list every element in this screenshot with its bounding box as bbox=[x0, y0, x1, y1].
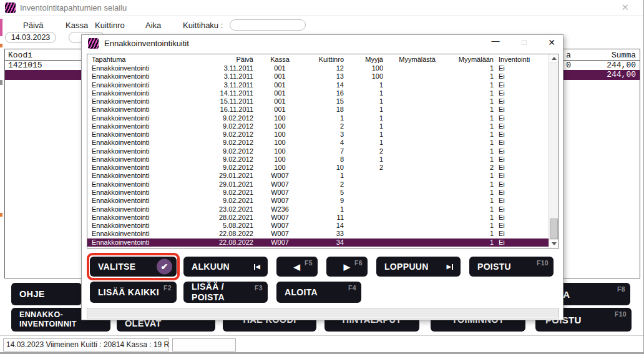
table-cell: 9.02.2021 bbox=[210, 197, 253, 205]
table-row[interactable]: Ennakkoinventointi9.02.2012100311Ei bbox=[87, 130, 559, 139]
scroll-up-icon[interactable] bbox=[549, 54, 559, 63]
dialog-title: Ennakkoinventointikuitit bbox=[104, 39, 189, 48]
fkey-label: F5 bbox=[305, 259, 313, 267]
table-cell bbox=[344, 238, 383, 247]
dialog-titlebar: Ennakkoinventointikuitit — □ ✕ bbox=[82, 35, 563, 52]
table-row[interactable]: Ennakkoinventointi28.02.2021W007111Ei bbox=[87, 214, 559, 222]
table-row[interactable]: Ennakkoinventointi3.11.20110011411Ei bbox=[87, 81, 559, 89]
arrow-left-icon: ◀ bbox=[294, 262, 300, 272]
button-label: LISÄÄ KAIKKI bbox=[98, 287, 159, 297]
table-row[interactable]: Ennakkoinventointi22.08.2022W007331Ei bbox=[87, 230, 559, 238]
table-cell: W007 bbox=[253, 214, 306, 222]
poistu-dialog-button[interactable]: POISTU F10 bbox=[469, 257, 554, 277]
table-cell: 9.02.2012 bbox=[210, 155, 253, 164]
table-cell: 34 bbox=[306, 238, 344, 247]
table-cell bbox=[383, 164, 436, 172]
table-cell bbox=[344, 214, 383, 222]
alkuun-button[interactable]: ALKUUN ◀ bbox=[183, 257, 268, 277]
table-cell: 1 bbox=[436, 139, 494, 147]
table-cell: 100 bbox=[253, 114, 306, 122]
table-cell: Ei bbox=[494, 122, 547, 130]
table-cell: Ei bbox=[494, 114, 547, 122]
table-row[interactable]: Ennakkoinventointi9.02.2021W00751Ei bbox=[87, 189, 559, 197]
window-title: Inventointitapahtumien selailu bbox=[20, 3, 127, 12]
table-cell: Ei bbox=[494, 130, 547, 139]
receipts-table-header: TapahtumaPäiväKassaKuittinroMyyjäMyymälä… bbox=[87, 54, 559, 64]
table-cell: 13 bbox=[306, 72, 344, 81]
table-row[interactable]: Ennakkoinventointi9.02.2021W00791Ei bbox=[87, 197, 559, 205]
table-cell: Ennakkoinventointi bbox=[87, 230, 210, 238]
loppuun-button[interactable]: LOPPUUN ▶ bbox=[376, 257, 461, 277]
table-row[interactable]: Ennakkoinventointi9.02.2012100721Ei bbox=[87, 147, 559, 155]
table-cell: 001 bbox=[253, 97, 306, 106]
table-cell: Ennakkoinventointi bbox=[87, 214, 210, 222]
table-cell: 1 bbox=[436, 97, 494, 106]
table-row[interactable]: Ennakkoinventointi9.02.2012100811Ei bbox=[87, 155, 559, 164]
table-cell: 100 bbox=[253, 147, 306, 155]
statusbar-separator bbox=[0, 335, 644, 336]
ennakkoinventointikuitit-dialog: Ennakkoinventointikuitit — □ ✕ Tapahtuma… bbox=[81, 34, 564, 320]
table-row[interactable]: Ennakkoinventointi29.01.2021W00711Ei bbox=[87, 172, 559, 180]
maximize-icon: □ bbox=[515, 37, 534, 47]
background-artifact bbox=[0, 19, 2, 36]
vertical-scrollbar[interactable] bbox=[549, 54, 559, 248]
arrow-right-icon: ▶ bbox=[344, 262, 350, 272]
table-row[interactable]: Ennakkoinventointi3.11.2011001131001Ei bbox=[87, 72, 559, 81]
background-artifact bbox=[0, 213, 2, 217]
table-row[interactable]: Ennakkoinventointi3.11.2011001121001Ei bbox=[87, 64, 559, 72]
table-row[interactable]: Ennakkoinventointi9.02.2012100411Ei bbox=[87, 139, 559, 147]
table-row[interactable]: Ennakkoinventointi9.02.2012100111Ei bbox=[87, 114, 559, 122]
kuittihaku-input[interactable] bbox=[230, 19, 306, 31]
table-row[interactable]: Ennakkoinventointi9.02.20121001022Ei bbox=[87, 164, 559, 172]
ohje-button[interactable]: OHJE bbox=[11, 283, 82, 305]
table-cell: Ei bbox=[494, 97, 547, 106]
table-cell: 100 bbox=[253, 155, 306, 164]
lisaa-poista-button[interactable]: LISÄÄ / POISTA F3 bbox=[183, 282, 268, 303]
table-cell: Ennakkoinventointi bbox=[87, 97, 210, 106]
table-row[interactable]: Ennakkoinventointi22.08.2022W007341Ei bbox=[87, 238, 559, 247]
button-label: LOPPUUN bbox=[384, 262, 429, 272]
previous-button[interactable]: ◀ F5 bbox=[276, 257, 318, 277]
table-cell: Ei bbox=[494, 72, 547, 81]
table-cell: 1 bbox=[436, 205, 494, 214]
table-row[interactable]: Ennakkoinventointi5.08.2021W007141Ei bbox=[87, 222, 559, 230]
table-cell: 1 bbox=[436, 230, 494, 238]
close-icon[interactable]: ✕ bbox=[542, 37, 561, 47]
paiva-input[interactable]: 14.03.2023 bbox=[5, 32, 56, 43]
scroll-down-icon[interactable] bbox=[549, 239, 559, 248]
valitse-button[interactable]: VALITSE ✔ bbox=[90, 257, 177, 277]
background-artifact bbox=[0, 80, 2, 85]
lisaa-kaikki-button[interactable]: LISÄÄ KAIKKI F2 bbox=[90, 282, 177, 303]
minimize-icon[interactable]: — bbox=[486, 36, 505, 46]
table-row[interactable]: Ennakkoinventointi14.11.20110011611Ei bbox=[87, 89, 559, 97]
table-cell: 1 bbox=[436, 172, 494, 180]
table-cell bbox=[383, 81, 436, 89]
table-cell: 9.02.2012 bbox=[210, 122, 253, 130]
close-icon[interactable]: ✕ bbox=[621, 2, 629, 13]
table-cell: 1 bbox=[344, 122, 383, 130]
table-cell: Ei bbox=[494, 147, 547, 155]
table-row[interactable]: Ennakkoinventointi16.11.20110011811Ei bbox=[87, 106, 559, 114]
table-cell bbox=[383, 147, 436, 155]
aloita-button[interactable]: ALOITA F4 bbox=[276, 282, 361, 303]
table-cell: 3.11.2011 bbox=[210, 64, 253, 72]
button-label: ALKUUN bbox=[192, 262, 230, 272]
table-cell: Ennakkoinventointi bbox=[87, 106, 210, 114]
table-row[interactable]: Ennakkoinventointi9.02.2012100211Ei bbox=[87, 122, 559, 130]
fkey-label: F8 bbox=[617, 285, 625, 293]
table-cell: 9.02.2012 bbox=[210, 147, 253, 155]
next-button[interactable]: ▶ F6 bbox=[326, 257, 368, 277]
table-cell: Ennakkoinventointi bbox=[87, 222, 210, 230]
table-cell: Ennakkoinventointi bbox=[87, 147, 210, 155]
table-cell: 10 bbox=[306, 164, 344, 172]
table-cell: Ei bbox=[494, 197, 547, 205]
kuittihaku-label: Kuittihaku : bbox=[183, 21, 223, 30]
table-cell: Ennakkoinventointi bbox=[87, 122, 210, 130]
scrollbar-thumb[interactable] bbox=[550, 219, 558, 239]
table-cell bbox=[344, 197, 383, 205]
table-row[interactable]: Ennakkoinventointi29.01.2021W00721Ei bbox=[87, 180, 559, 189]
table-row[interactable]: Ennakkoinventointi23.02.2021W23611Ei bbox=[87, 205, 559, 214]
table-cell: 33 bbox=[306, 230, 344, 238]
table-row[interactable]: Ennakkoinventointi15.11.20110011511Ei bbox=[87, 97, 559, 106]
table-cell: Ennakkoinventointi bbox=[87, 189, 210, 197]
